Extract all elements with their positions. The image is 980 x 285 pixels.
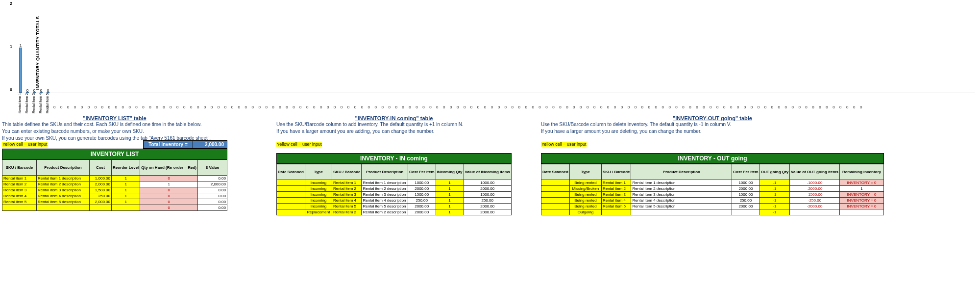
- legend-yellow: Yellow cell = user input: [541, 142, 587, 147]
- cell-desc[interactable]: Rental item 1 description: [37, 176, 90, 181]
- cell-qty[interactable]: -1: [760, 198, 789, 204]
- cell-type[interactable]: Outgoing: [569, 209, 601, 215]
- cell-desc[interactable]: [37, 205, 90, 211]
- cell-qty[interactable]: -1: [760, 204, 789, 209]
- cell-qty[interactable]: 1: [436, 180, 464, 186]
- cell-sku[interactable]: Rental item 2: [601, 186, 631, 192]
- cell-sku[interactable]: Rental item 1: [332, 180, 362, 186]
- cell-sku[interactable]: Rental item 4: [332, 198, 362, 204]
- cell-date[interactable]: [277, 204, 305, 209]
- cell-date[interactable]: [541, 186, 570, 192]
- cell-sku[interactable]: Rental item 5: [2, 199, 37, 205]
- cell-val: 1000.00: [464, 180, 511, 186]
- cell-desc: Rental item 2 description: [631, 186, 732, 192]
- cell-sku[interactable]: Rental item 1: [601, 180, 631, 186]
- cell-qty[interactable]: 1: [436, 186, 464, 192]
- table-row[interactable]: Being rentedRental item 3Rental item 3 d…: [541, 192, 884, 198]
- cell-reorder[interactable]: 1: [111, 187, 140, 193]
- table-row[interactable]: Rental item 3Rental item 3 description1,…: [2, 187, 227, 193]
- cell-reorder[interactable]: 1: [111, 176, 140, 181]
- cell-cpi: 2000.00: [408, 186, 436, 192]
- table-row[interactable]: IncomingRental item 4Rental item 4 descr…: [277, 198, 512, 204]
- cell-type[interactable]: Being rented: [569, 180, 601, 186]
- cell-reorder[interactable]: 1: [111, 193, 140, 199]
- cell-desc[interactable]: Rental item 2 description: [37, 181, 90, 187]
- table-row[interactable]: 00.00: [2, 205, 227, 211]
- cell-cost[interactable]: 250.00: [89, 193, 111, 199]
- cell-reorder[interactable]: [111, 205, 140, 211]
- cell-desc[interactable]: Rental item 4 description: [37, 193, 90, 199]
- cell-cost[interactable]: 2,000.00: [89, 181, 111, 187]
- cell-type[interactable]: Incoming: [305, 186, 332, 192]
- cell-reorder[interactable]: 1: [111, 199, 140, 205]
- cell-qty[interactable]: 1: [436, 209, 464, 215]
- cell-sku[interactable]: Rental item 4: [2, 193, 37, 199]
- table-row[interactable]: IncomingRental item 5Rental item 5 descr…: [277, 204, 512, 209]
- cell-qty[interactable]: -1: [760, 192, 789, 198]
- table-row[interactable]: Rental item 4Rental item 4 description25…: [2, 193, 227, 199]
- inventory-in-table[interactable]: Date Scanned Type SKU / Barcode Product …: [276, 164, 512, 215]
- cell-qty[interactable]: 1: [436, 192, 464, 198]
- cell-qty[interactable]: 1: [436, 204, 464, 209]
- inventory-out-table[interactable]: Date Scanned Type SKU / Barcode Product …: [541, 164, 884, 215]
- cell-type[interactable]: Being rented: [569, 192, 601, 198]
- table-row[interactable]: IncomingRental item 3Rental item 3 descr…: [277, 192, 512, 198]
- cell-qty[interactable]: -1: [760, 209, 789, 215]
- cell-cost[interactable]: 1,000.00: [89, 176, 111, 181]
- cell-cost[interactable]: 2,000.00: [89, 199, 111, 205]
- table-row[interactable]: Rental item 1Rental item 1 description1,…: [2, 176, 227, 181]
- cell-date[interactable]: [277, 192, 305, 198]
- table-row[interactable]: Rental item 5Rental item 5 description2,…: [2, 199, 227, 205]
- cell-date[interactable]: [277, 180, 305, 186]
- cell-sku[interactable]: Rental item 2: [332, 186, 362, 192]
- cell-sku[interactable]: Rental item 4: [601, 198, 631, 204]
- cell-type[interactable]: Incoming: [305, 192, 332, 198]
- cell-date[interactable]: [541, 209, 570, 215]
- cell-date[interactable]: [277, 198, 305, 204]
- cell-type[interactable]: Incoming: [305, 198, 332, 204]
- cell-date[interactable]: [541, 180, 570, 186]
- cell-sku[interactable]: Rental item 5: [601, 204, 631, 209]
- cell-qty[interactable]: -1: [760, 180, 789, 186]
- cell-qty[interactable]: -1: [760, 186, 789, 192]
- table-row[interactable]: IncomingRental item 1Rental item 1 descr…: [277, 180, 512, 186]
- cell-sku[interactable]: Rental item 1: [2, 176, 37, 181]
- table-row[interactable]: Rental item 2Rental item 2 description2,…: [2, 181, 227, 187]
- cell-type[interactable]: Incoming: [305, 204, 332, 209]
- cell-reorder[interactable]: 1: [111, 181, 140, 187]
- cell-sku[interactable]: Rental item 2: [2, 181, 37, 187]
- cell-sku[interactable]: Rental item 3: [2, 187, 37, 193]
- table-row[interactable]: Missing/BrokenRental item 2Rental item 2…: [541, 186, 884, 192]
- cell-desc: Rental item 5 description: [631, 204, 732, 209]
- table-row[interactable]: IncomingRental item 2Rental item 2 descr…: [277, 186, 512, 192]
- cell-desc[interactable]: Rental item 3 description: [37, 187, 90, 193]
- cell-sku[interactable]: Rental item 3: [332, 192, 362, 198]
- cell-desc: Rental item 4 description: [362, 198, 408, 204]
- cell-sku[interactable]: Rental item 2: [332, 209, 362, 215]
- table-row[interactable]: ReplacementRental item 2Rental item 2 de…: [277, 209, 512, 215]
- cell-cost[interactable]: [89, 205, 111, 211]
- table-row[interactable]: Being rentedRental item 4Rental item 4 d…: [541, 198, 884, 204]
- cell-type[interactable]: Being rented: [569, 204, 601, 209]
- cell-sku[interactable]: [601, 209, 631, 215]
- table-row[interactable]: Being rentedRental item 5Rental item 5 d…: [541, 204, 884, 209]
- table-row[interactable]: Outgoing-1: [541, 209, 884, 215]
- cell-date[interactable]: [541, 204, 570, 209]
- cell-sku[interactable]: Rental item 3: [601, 192, 631, 198]
- cell-sku[interactable]: Rental item 5: [332, 204, 362, 209]
- cell-type[interactable]: Replacement: [305, 209, 332, 215]
- cell-date[interactable]: [541, 192, 570, 198]
- cell-type[interactable]: Incoming: [305, 180, 332, 186]
- cell-date[interactable]: [277, 209, 305, 215]
- inventory-list-table[interactable]: SKU / Barcode Product Description Cost R…: [2, 159, 227, 211]
- table-row[interactable]: Being rentedRental item 1Rental item 1 d…: [541, 180, 884, 186]
- cell-cost[interactable]: 1,500.00: [89, 187, 111, 193]
- cell-sku[interactable]: [2, 205, 37, 211]
- cell-desc[interactable]: Rental item 5 description: [37, 199, 90, 205]
- cell-date[interactable]: [541, 198, 570, 204]
- cell-date[interactable]: [277, 186, 305, 192]
- cell-qty[interactable]: 1: [436, 198, 464, 204]
- cell-type[interactable]: Being rented: [569, 198, 601, 204]
- inventory-list-section: "INVENTORY LIST" table This table define…: [2, 115, 227, 215]
- cell-type[interactable]: Missing/Broken: [569, 186, 601, 192]
